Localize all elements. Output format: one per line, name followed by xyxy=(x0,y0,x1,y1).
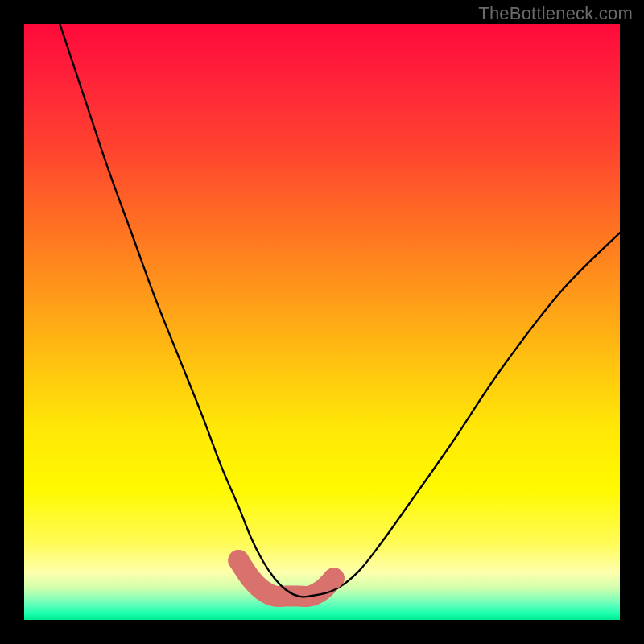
plot-area xyxy=(24,24,620,620)
valley-dot-right xyxy=(324,568,345,588)
watermark-text: TheBottleneck.com xyxy=(478,3,633,24)
chart-frame: TheBottleneck.com xyxy=(0,0,644,644)
valley-dot-left xyxy=(228,550,249,571)
main-curve-path xyxy=(60,24,620,597)
chart-svg xyxy=(24,24,620,620)
